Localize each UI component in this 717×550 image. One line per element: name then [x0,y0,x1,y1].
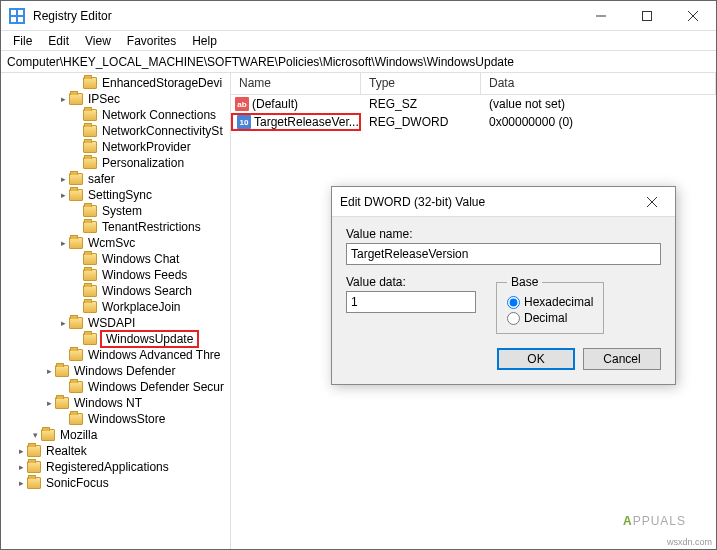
list-header: Name Type Data [231,73,716,95]
ok-button[interactable]: OK [497,348,575,370]
window-title: Registry Editor [33,9,578,23]
tree-item[interactable]: Windows Search [1,283,230,299]
value-data-cell: 0x00000000 (0) [481,115,716,129]
hexadecimal-radio[interactable] [507,296,520,309]
chevron-right-icon[interactable]: ▸ [43,398,55,408]
tree-item-label: EnhancedStorageDevi [100,76,224,90]
maximize-button[interactable] [624,1,670,31]
tree-item[interactable]: WindowsStore [1,411,230,427]
menu-file[interactable]: File [5,32,40,50]
decimal-radio[interactable] [507,312,520,325]
tree-item[interactable]: ▸SettingSync [1,187,230,203]
tree-item-label: System [100,204,144,218]
folder-icon [41,429,55,441]
tree-item[interactable]: TenantRestrictions [1,219,230,235]
chevron-right-icon[interactable]: ▸ [15,462,27,472]
tree-item[interactable]: Windows Advanced Thre [1,347,230,363]
folder-icon [83,253,97,265]
cancel-button[interactable]: Cancel [583,348,661,370]
hexadecimal-label: Hexadecimal [524,295,593,309]
tree-item-label: SonicFocus [44,476,111,490]
tree-item-label: Network Connections [100,108,218,122]
chevron-right-icon[interactable]: ▸ [57,94,69,104]
tree-item[interactable]: ▸WSDAPI [1,315,230,331]
tree-item[interactable]: Windows Chat [1,251,230,267]
chevron-right-icon[interactable]: ▸ [57,238,69,248]
registry-value-row[interactable]: ab(Default)REG_SZ(value not set) [231,95,716,113]
tree-item-label: Windows Chat [100,252,181,266]
folder-icon [27,461,41,473]
tree-item[interactable]: WindowsUpdate [1,331,230,347]
column-header-type[interactable]: Type [361,73,481,94]
chevron-right-icon[interactable]: ▸ [15,478,27,488]
tree-item[interactable]: ▸safer [1,171,230,187]
column-header-name[interactable]: Name [231,73,361,94]
tree-item[interactable]: ▸WcmSvc [1,235,230,251]
tree-item-label: RegisteredApplications [44,460,171,474]
folder-icon [69,381,83,393]
tree-item[interactable]: ▸RegisteredApplications [1,459,230,475]
tree-item-label: WSDAPI [86,316,137,330]
value-name-text: TargetReleaseVer... [254,115,359,129]
value-name-cell: 10TargetReleaseVer... [231,113,361,131]
tree-item-label: Windows NT [72,396,144,410]
tree-item[interactable]: ▸Realtek [1,443,230,459]
value-name-label: Value name: [346,227,661,241]
tree-item-label: WindowsStore [86,412,167,426]
menu-favorites[interactable]: Favorites [119,32,184,50]
menu-view[interactable]: View [77,32,119,50]
folder-icon [83,141,97,153]
tree-item[interactable]: Personalization [1,155,230,171]
tree-item[interactable]: ▸Windows Defender [1,363,230,379]
value-name-input[interactable] [346,243,661,265]
chevron-down-icon[interactable]: ▾ [29,430,41,440]
folder-icon [69,317,83,329]
value-data-input[interactable] [346,291,476,313]
tree-item[interactable]: ▸SonicFocus [1,475,230,491]
folder-icon [55,365,69,377]
tree-item[interactable]: EnhancedStorageDevi [1,75,230,91]
svg-rect-2 [18,10,23,15]
chevron-right-icon[interactable]: ▸ [57,318,69,328]
column-header-data[interactable]: Data [481,73,716,94]
tree-item[interactable]: WorkplaceJoin [1,299,230,315]
menu-help[interactable]: Help [184,32,225,50]
minimize-button[interactable] [578,1,624,31]
value-type-cell: REG_SZ [361,97,481,111]
chevron-right-icon[interactable]: ▸ [57,190,69,200]
tree-item[interactable]: ▸IPSec [1,91,230,107]
menubar: File Edit View Favorites Help [1,31,716,51]
svg-rect-6 [643,11,652,20]
tree-item[interactable]: NetworkConnectivitySt [1,123,230,139]
close-button[interactable] [670,1,716,31]
address-bar[interactable]: Computer\HKEY_LOCAL_MACHINE\SOFTWARE\Pol… [1,51,716,73]
registry-value-row[interactable]: 10TargetReleaseVer...REG_DWORD0x00000000… [231,113,716,131]
dialog-close-button[interactable] [637,194,667,210]
folder-icon [83,301,97,313]
string-value-icon: ab [235,97,249,111]
tree-item-label: Windows Advanced Thre [86,348,223,362]
tree-item-label: NetworkConnectivitySt [100,124,225,138]
tree-item[interactable]: NetworkProvider [1,139,230,155]
tree-item[interactable]: System [1,203,230,219]
app-icon [9,8,25,24]
tree-item[interactable]: Windows Feeds [1,267,230,283]
tree-item-label: SettingSync [86,188,154,202]
folder-icon [69,93,83,105]
chevron-right-icon[interactable]: ▸ [15,446,27,456]
tree-item-label: Realtek [44,444,89,458]
tree-item[interactable]: ▾Mozilla [1,427,230,443]
chevron-right-icon[interactable]: ▸ [57,174,69,184]
folder-icon [83,285,97,297]
tree-item-label: WcmSvc [86,236,137,250]
folder-icon [83,109,97,121]
tree-item[interactable]: Network Connections [1,107,230,123]
folder-icon [83,77,97,89]
tree-item[interactable]: Windows Defender Secur [1,379,230,395]
tree-item[interactable]: ▸Windows NT [1,395,230,411]
chevron-right-icon[interactable]: ▸ [43,366,55,376]
folder-icon [83,205,97,217]
tree-pane[interactable]: EnhancedStorageDevi▸IPSecNetwork Connect… [1,73,231,549]
folder-icon [27,445,41,457]
menu-edit[interactable]: Edit [40,32,77,50]
